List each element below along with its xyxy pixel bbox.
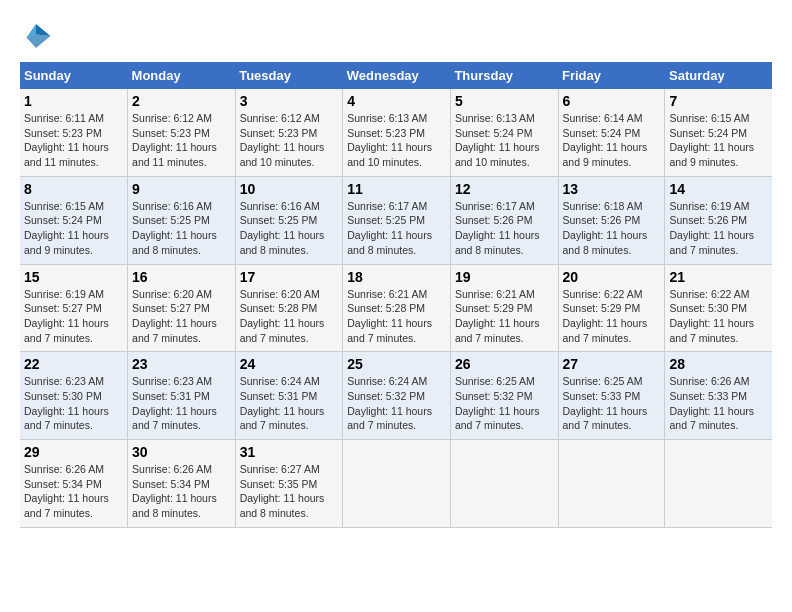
calendar-cell: 20 Sunrise: 6:22 AM Sunset: 5:29 PM Dayl… xyxy=(558,264,665,352)
day-info: Sunrise: 6:16 AM Sunset: 5:25 PM Dayligh… xyxy=(132,199,231,258)
page-header xyxy=(20,20,772,52)
day-number: 24 xyxy=(240,356,339,372)
day-info: Sunrise: 6:22 AM Sunset: 5:30 PM Dayligh… xyxy=(669,287,768,346)
logo xyxy=(20,20,58,52)
day-number: 26 xyxy=(455,356,554,372)
day-number: 4 xyxy=(347,93,446,109)
day-number: 31 xyxy=(240,444,339,460)
day-number: 27 xyxy=(563,356,661,372)
calendar-cell: 24 Sunrise: 6:24 AM Sunset: 5:31 PM Dayl… xyxy=(235,352,343,440)
day-number: 10 xyxy=(240,181,339,197)
day-number: 20 xyxy=(563,269,661,285)
calendar-cell: 14 Sunrise: 6:19 AM Sunset: 5:26 PM Dayl… xyxy=(665,176,772,264)
calendar-cell: 16 Sunrise: 6:20 AM Sunset: 5:27 PM Dayl… xyxy=(128,264,236,352)
day-info: Sunrise: 6:16 AM Sunset: 5:25 PM Dayligh… xyxy=(240,199,339,258)
calendar-cell: 13 Sunrise: 6:18 AM Sunset: 5:26 PM Dayl… xyxy=(558,176,665,264)
calendar-cell xyxy=(450,440,558,528)
day-number: 6 xyxy=(563,93,661,109)
calendar-cell: 18 Sunrise: 6:21 AM Sunset: 5:28 PM Dayl… xyxy=(343,264,451,352)
calendar-cell: 4 Sunrise: 6:13 AM Sunset: 5:23 PM Dayli… xyxy=(343,89,451,176)
day-info: Sunrise: 6:13 AM Sunset: 5:23 PM Dayligh… xyxy=(347,111,446,170)
calendar-cell: 31 Sunrise: 6:27 AM Sunset: 5:35 PM Dayl… xyxy=(235,440,343,528)
calendar-cell: 15 Sunrise: 6:19 AM Sunset: 5:27 PM Dayl… xyxy=(20,264,128,352)
calendar-cell xyxy=(665,440,772,528)
calendar-cell: 7 Sunrise: 6:15 AM Sunset: 5:24 PM Dayli… xyxy=(665,89,772,176)
calendar-cell: 29 Sunrise: 6:26 AM Sunset: 5:34 PM Dayl… xyxy=(20,440,128,528)
calendar-table: SundayMondayTuesdayWednesdayThursdayFrid… xyxy=(20,62,772,528)
day-number: 12 xyxy=(455,181,554,197)
day-number: 1 xyxy=(24,93,123,109)
header-wednesday: Wednesday xyxy=(343,62,451,89)
day-info: Sunrise: 6:12 AM Sunset: 5:23 PM Dayligh… xyxy=(132,111,231,170)
calendar-cell xyxy=(343,440,451,528)
day-info: Sunrise: 6:26 AM Sunset: 5:33 PM Dayligh… xyxy=(669,374,768,433)
calendar-week-5: 29 Sunrise: 6:26 AM Sunset: 5:34 PM Dayl… xyxy=(20,440,772,528)
day-number: 16 xyxy=(132,269,231,285)
day-number: 28 xyxy=(669,356,768,372)
calendar-cell: 30 Sunrise: 6:26 AM Sunset: 5:34 PM Dayl… xyxy=(128,440,236,528)
day-info: Sunrise: 6:11 AM Sunset: 5:23 PM Dayligh… xyxy=(24,111,123,170)
day-number: 7 xyxy=(669,93,768,109)
calendar-week-4: 22 Sunrise: 6:23 AM Sunset: 5:30 PM Dayl… xyxy=(20,352,772,440)
day-info: Sunrise: 6:25 AM Sunset: 5:33 PM Dayligh… xyxy=(563,374,661,433)
day-number: 29 xyxy=(24,444,123,460)
day-info: Sunrise: 6:15 AM Sunset: 5:24 PM Dayligh… xyxy=(669,111,768,170)
calendar-cell: 9 Sunrise: 6:16 AM Sunset: 5:25 PM Dayli… xyxy=(128,176,236,264)
header-sunday: Sunday xyxy=(20,62,128,89)
day-number: 30 xyxy=(132,444,231,460)
day-number: 5 xyxy=(455,93,554,109)
calendar-cell: 6 Sunrise: 6:14 AM Sunset: 5:24 PM Dayli… xyxy=(558,89,665,176)
day-info: Sunrise: 6:26 AM Sunset: 5:34 PM Dayligh… xyxy=(132,462,231,521)
day-number: 8 xyxy=(24,181,123,197)
calendar-cell: 1 Sunrise: 6:11 AM Sunset: 5:23 PM Dayli… xyxy=(20,89,128,176)
calendar-cell: 10 Sunrise: 6:16 AM Sunset: 5:25 PM Dayl… xyxy=(235,176,343,264)
calendar-cell: 2 Sunrise: 6:12 AM Sunset: 5:23 PM Dayli… xyxy=(128,89,236,176)
day-number: 3 xyxy=(240,93,339,109)
calendar-header-row: SundayMondayTuesdayWednesdayThursdayFrid… xyxy=(20,62,772,89)
day-info: Sunrise: 6:25 AM Sunset: 5:32 PM Dayligh… xyxy=(455,374,554,433)
calendar-cell: 19 Sunrise: 6:21 AM Sunset: 5:29 PM Dayl… xyxy=(450,264,558,352)
calendar-cell: 22 Sunrise: 6:23 AM Sunset: 5:30 PM Dayl… xyxy=(20,352,128,440)
day-info: Sunrise: 6:22 AM Sunset: 5:29 PM Dayligh… xyxy=(563,287,661,346)
header-friday: Friday xyxy=(558,62,665,89)
day-number: 25 xyxy=(347,356,446,372)
calendar-cell: 5 Sunrise: 6:13 AM Sunset: 5:24 PM Dayli… xyxy=(450,89,558,176)
day-info: Sunrise: 6:14 AM Sunset: 5:24 PM Dayligh… xyxy=(563,111,661,170)
calendar-cell: 12 Sunrise: 6:17 AM Sunset: 5:26 PM Dayl… xyxy=(450,176,558,264)
day-number: 22 xyxy=(24,356,123,372)
day-number: 15 xyxy=(24,269,123,285)
calendar-week-3: 15 Sunrise: 6:19 AM Sunset: 5:27 PM Dayl… xyxy=(20,264,772,352)
header-saturday: Saturday xyxy=(665,62,772,89)
calendar-week-2: 8 Sunrise: 6:15 AM Sunset: 5:24 PM Dayli… xyxy=(20,176,772,264)
day-info: Sunrise: 6:19 AM Sunset: 5:27 PM Dayligh… xyxy=(24,287,123,346)
day-number: 17 xyxy=(240,269,339,285)
day-number: 21 xyxy=(669,269,768,285)
day-info: Sunrise: 6:23 AM Sunset: 5:30 PM Dayligh… xyxy=(24,374,123,433)
day-info: Sunrise: 6:12 AM Sunset: 5:23 PM Dayligh… xyxy=(240,111,339,170)
day-number: 23 xyxy=(132,356,231,372)
day-number: 19 xyxy=(455,269,554,285)
calendar-cell: 27 Sunrise: 6:25 AM Sunset: 5:33 PM Dayl… xyxy=(558,352,665,440)
day-info: Sunrise: 6:24 AM Sunset: 5:32 PM Dayligh… xyxy=(347,374,446,433)
day-info: Sunrise: 6:17 AM Sunset: 5:25 PM Dayligh… xyxy=(347,199,446,258)
header-tuesday: Tuesday xyxy=(235,62,343,89)
day-info: Sunrise: 6:26 AM Sunset: 5:34 PM Dayligh… xyxy=(24,462,123,521)
calendar-cell: 25 Sunrise: 6:24 AM Sunset: 5:32 PM Dayl… xyxy=(343,352,451,440)
day-info: Sunrise: 6:18 AM Sunset: 5:26 PM Dayligh… xyxy=(563,199,661,258)
calendar-cell: 8 Sunrise: 6:15 AM Sunset: 5:24 PM Dayli… xyxy=(20,176,128,264)
calendar-cell: 17 Sunrise: 6:20 AM Sunset: 5:28 PM Dayl… xyxy=(235,264,343,352)
calendar-cell: 28 Sunrise: 6:26 AM Sunset: 5:33 PM Dayl… xyxy=(665,352,772,440)
day-info: Sunrise: 6:20 AM Sunset: 5:27 PM Dayligh… xyxy=(132,287,231,346)
day-info: Sunrise: 6:15 AM Sunset: 5:24 PM Dayligh… xyxy=(24,199,123,258)
calendar-cell: 23 Sunrise: 6:23 AM Sunset: 5:31 PM Dayl… xyxy=(128,352,236,440)
day-info: Sunrise: 6:21 AM Sunset: 5:28 PM Dayligh… xyxy=(347,287,446,346)
calendar-cell xyxy=(558,440,665,528)
day-info: Sunrise: 6:23 AM Sunset: 5:31 PM Dayligh… xyxy=(132,374,231,433)
day-number: 11 xyxy=(347,181,446,197)
day-info: Sunrise: 6:17 AM Sunset: 5:26 PM Dayligh… xyxy=(455,199,554,258)
day-info: Sunrise: 6:27 AM Sunset: 5:35 PM Dayligh… xyxy=(240,462,339,521)
calendar-week-1: 1 Sunrise: 6:11 AM Sunset: 5:23 PM Dayli… xyxy=(20,89,772,176)
day-number: 18 xyxy=(347,269,446,285)
logo-icon xyxy=(20,20,52,52)
header-thursday: Thursday xyxy=(450,62,558,89)
